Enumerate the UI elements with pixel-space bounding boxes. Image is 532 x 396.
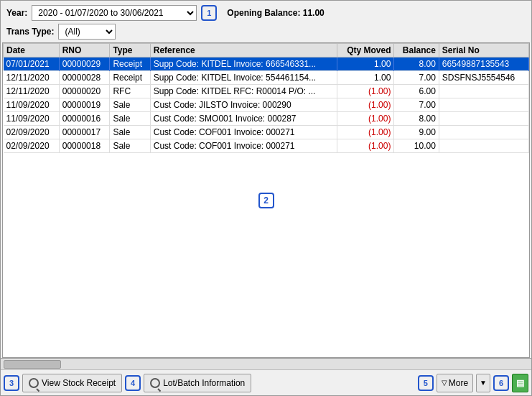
scrollbar-thumb[interactable] [4, 360, 61, 369]
main-window: Year: 2020 - 01/07/2020 to 30/06/2021 1 … [0, 0, 532, 396]
cell-rno: 00000028 [59, 71, 110, 85]
cell-balance: 8.00 [394, 112, 439, 126]
lot-batch-info-button[interactable]: Lot/Batch Information [144, 374, 251, 392]
numbered-box-1: 1 [201, 5, 217, 21]
year-label: Year: [6, 8, 27, 18]
numbered-box-6: 6 [493, 375, 509, 391]
cell-serial-no [439, 126, 528, 139]
table-row[interactable]: 02/09/2020 00000018 Sale Cust Code: COF0… [4, 139, 529, 153]
col-qty-moved: Qty Moved [337, 44, 394, 57]
table-row[interactable]: 07/01/2021 00000029 Receipt Supp Code: K… [4, 57, 529, 71]
more-button[interactable]: ▽ More [437, 374, 473, 392]
cell-date: 12/11/2020 [4, 71, 60, 85]
cell-reference: Cust Code: COF001 Invoice: 000271 [150, 126, 337, 139]
more-label: More [449, 378, 468, 388]
cell-rno: 00000018 [59, 139, 110, 153]
cell-type: Sale [110, 98, 150, 112]
cell-rno: 00000019 [59, 98, 110, 112]
cell-qty-moved: (1.00) [337, 98, 394, 112]
col-date: Date [4, 44, 60, 57]
col-type: Type [110, 44, 150, 57]
cell-date: 12/11/2020 [4, 85, 60, 98]
view-stock-receipt-button[interactable]: View Stock Receipt [22, 374, 122, 392]
cell-date: 02/09/2020 [4, 126, 60, 139]
toolbar-row2: Trans Type: (All) [1, 22, 531, 42]
dropdown-arrow-button[interactable]: ▼ [476, 374, 490, 392]
col-balance: Balance [394, 44, 439, 57]
year-select[interactable]: 2020 - 01/07/2020 to 30/06/2021 [32, 5, 197, 21]
cell-serial-no: 66549887135543 [439, 57, 528, 71]
cell-serial-no [439, 139, 528, 153]
cell-reference: Supp Code: KITDEL Invoice: 666546331... [150, 57, 337, 71]
cell-reference: Cust Code: COF001 Invoice: 000271 [150, 139, 337, 153]
transtype-label: Trans Type: [6, 27, 54, 37]
numbered-box-4: 4 [125, 375, 141, 391]
cell-reference: Cust Code: SMO001 Invoice: 000287 [150, 112, 337, 126]
chevron-down-icon: ▽ [442, 379, 447, 387]
cell-reference: Supp Code: KITDEL Invoice: 554461154... [150, 71, 337, 85]
cell-type: RFC [110, 85, 150, 98]
toolbar-row1: Year: 2020 - 01/07/2020 to 30/06/2021 1 … [1, 1, 531, 22]
cell-type: Sale [110, 139, 150, 153]
cell-qty-moved: (1.00) [337, 139, 394, 153]
table-row[interactable]: 12/11/2020 00000028 Receipt Supp Code: K… [4, 71, 529, 85]
export-button[interactable]: ▤ [512, 374, 528, 392]
table-row[interactable]: 12/11/2020 00000020 RFC Supp Code: KITDE… [4, 85, 529, 98]
cell-qty-moved: 1.00 [337, 57, 394, 71]
export-icon: ▤ [516, 378, 524, 388]
cell-type: Receipt [110, 57, 150, 71]
cell-balance: 8.00 [394, 57, 439, 71]
cell-serial-no [439, 112, 528, 126]
search-icon-1 [29, 378, 39, 388]
cell-date: 11/09/2020 [4, 98, 60, 112]
cell-reference: Supp Code: KITDEL RFC: R00014 P/O: ... [150, 85, 337, 98]
view-stock-receipt-label: View Stock Receipt [42, 378, 116, 388]
col-serial-no: Serial No [439, 44, 528, 57]
cell-serial-no [439, 85, 528, 98]
cell-balance: 10.00 [394, 139, 439, 153]
cell-rno: 00000017 [59, 126, 110, 139]
cell-serial-no [439, 98, 528, 112]
cell-balance: 7.00 [394, 98, 439, 112]
opening-balance: Opening Balance: 11.00 [227, 8, 324, 18]
cell-date: 02/09/2020 [4, 139, 60, 153]
numbered-box-2: 2 [258, 193, 274, 208]
cell-date: 07/01/2021 [4, 57, 60, 71]
transtype-select[interactable]: (All) [58, 24, 116, 40]
table-container: Date RNO Type Reference Qty Moved Balanc… [2, 42, 530, 358]
col-reference: Reference [150, 44, 337, 57]
numbered-box-3: 3 [4, 375, 19, 391]
col-rno: RNO [59, 44, 110, 57]
table-row[interactable]: 11/09/2020 00000019 Sale Cust Code: JILS… [4, 98, 529, 112]
cell-type: Sale [110, 112, 150, 126]
cell-qty-moved: (1.00) [337, 126, 394, 139]
cell-rno: 00000029 [59, 57, 110, 71]
table-row[interactable]: 11/09/2020 00000016 Sale Cust Code: SMO0… [4, 112, 529, 126]
lot-batch-info-label: Lot/Batch Information [163, 378, 245, 388]
cell-balance: 7.00 [394, 71, 439, 85]
transactions-table: Date RNO Type Reference Qty Moved Balanc… [3, 43, 529, 153]
cell-serial-no: SDSFNSJ5554546 [439, 71, 528, 85]
table-row[interactable]: 02/09/2020 00000017 Sale Cust Code: COF0… [4, 126, 529, 139]
horizontal-scrollbar[interactable] [1, 358, 531, 369]
cell-date: 11/09/2020 [4, 112, 60, 126]
search-icon-2 [150, 378, 160, 388]
cell-qty-moved: 1.00 [337, 71, 394, 85]
cell-rno: 00000020 [59, 85, 110, 98]
cell-qty-moved: (1.00) [337, 112, 394, 126]
arrow-icon: ▼ [480, 379, 487, 387]
cell-rno: 00000016 [59, 112, 110, 126]
numbered-box-5: 5 [418, 375, 434, 391]
cell-reference: Cust Code: JILSTO Invoice: 000290 [150, 98, 337, 112]
cell-qty-moved: (1.00) [337, 85, 394, 98]
cell-balance: 9.00 [394, 126, 439, 139]
cell-balance: 6.00 [394, 85, 439, 98]
footer: 3 View Stock Receipt 4 Lot/Batch Informa… [1, 369, 531, 395]
cell-type: Sale [110, 126, 150, 139]
cell-type: Receipt [110, 71, 150, 85]
